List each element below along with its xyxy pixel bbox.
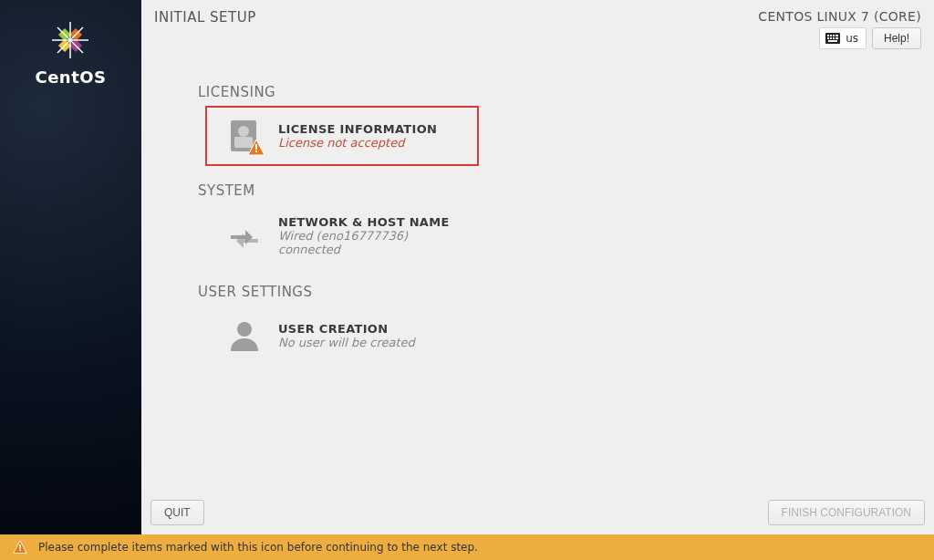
spoke-title: LICENSE INFORMATION — [278, 122, 437, 136]
main-panel: INITIAL SETUP CENTOS LINUX 7 (CORE) us H… — [141, 0, 934, 534]
section-title-licensing: LICENSING — [198, 84, 898, 100]
product-logo: CentOS — [35, 16, 106, 87]
svg-rect-13 — [827, 37, 829, 39]
network-icon — [225, 217, 264, 255]
spoke-user-creation[interactable]: USER CREATION No user will be created — [205, 306, 479, 366]
spoke-subtitle: No user will be created — [278, 336, 415, 349]
page-title: INITIAL SETUP — [154, 9, 256, 49]
spoke-title: USER CREATION — [278, 322, 415, 336]
svg-rect-16 — [835, 37, 838, 39]
spoke-network-hostname[interactable]: NETWORK & HOST NAME Wired (eno16777736) … — [205, 204, 479, 267]
quit-button[interactable]: QUIT — [150, 500, 204, 525]
warning-icon — [13, 540, 27, 555]
svg-rect-25 — [19, 549, 21, 551]
keyboard-layout-indicator[interactable]: us — [819, 27, 867, 49]
keyboard-icon — [825, 33, 840, 44]
spoke-title: NETWORK & HOST NAME — [278, 215, 466, 229]
user-icon — [225, 316, 264, 355]
svg-rect-21 — [255, 144, 257, 150]
svg-rect-17 — [828, 40, 837, 42]
product-name: CentOS — [35, 67, 106, 87]
help-button[interactable]: Help! — [872, 27, 921, 49]
svg-rect-15 — [833, 37, 835, 39]
content: LICENSING LICENSE INFORMATION — [141, 49, 934, 493]
app-frame: CentOS INITIAL SETUP CENTOS LINUX 7 (COR… — [0, 0, 934, 534]
svg-rect-10 — [830, 35, 832, 36]
section-title-user-settings: USER SETTINGS — [198, 284, 898, 300]
keyboard-layout-label: us — [846, 32, 858, 45]
warning-message: Please complete items marked with this i… — [38, 541, 478, 554]
svg-point-19 — [238, 126, 249, 137]
sidebar: CentOS — [0, 0, 141, 534]
warning-overlay-icon — [247, 139, 265, 157]
svg-rect-14 — [830, 37, 832, 39]
svg-rect-12 — [835, 35, 838, 36]
centos-logo-icon — [47, 16, 94, 64]
spoke-subtitle: License not accepted — [278, 136, 437, 150]
warning-bar: Please complete items marked with this i… — [0, 534, 934, 560]
svg-point-23 — [237, 322, 252, 337]
section-title-system: SYSTEM — [198, 182, 898, 199]
header: INITIAL SETUP CENTOS LINUX 7 (CORE) us H… — [141, 0, 934, 49]
svg-rect-22 — [255, 150, 257, 152]
svg-rect-9 — [827, 35, 829, 36]
svg-rect-24 — [19, 544, 21, 549]
spoke-license-information[interactable]: LICENSE INFORMATION License not accepted — [205, 106, 479, 166]
footer: QUIT FINISH CONFIGURATION — [141, 493, 934, 534]
svg-rect-11 — [833, 35, 835, 36]
license-icon — [225, 117, 264, 155]
os-name: CENTOS LINUX 7 (CORE) — [758, 9, 921, 24]
finish-configuration-button[interactable]: FINISH CONFIGURATION — [768, 500, 925, 525]
spoke-subtitle: Wired (eno16777736) connected — [278, 229, 466, 256]
